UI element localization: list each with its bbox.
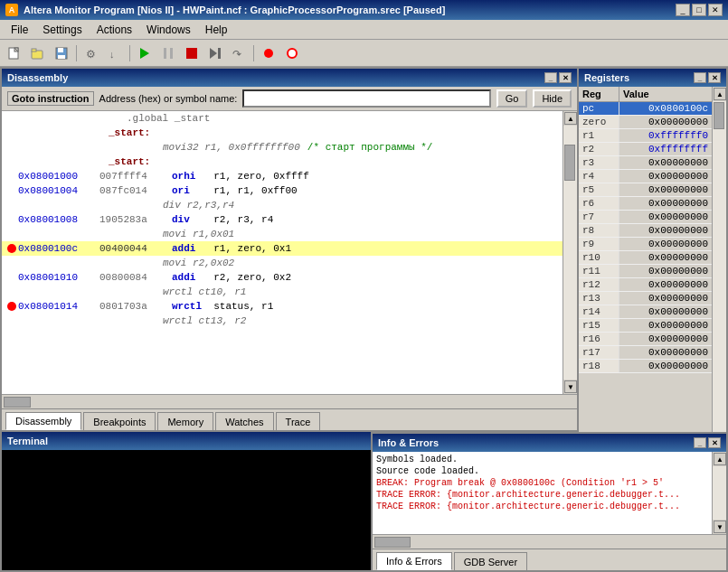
toolbar-stepover-btn[interactable]: ↷ xyxy=(228,43,250,63)
reg-row-r9[interactable]: r9 0x00000000 xyxy=(579,238,712,251)
dis-row-addi1[interactable]: 0x0800100c 00400044 addi r1, zero, 0x1 xyxy=(2,241,563,256)
close-button[interactable]: ✕ xyxy=(708,4,723,16)
disassembly-vscrollbar[interactable]: ▲ ▼ xyxy=(563,111,577,394)
info-content-area: Symbols loaded. Source code loaded. BREA… xyxy=(373,452,726,534)
registers-minimize-btn[interactable]: _ xyxy=(694,72,706,83)
menu-help[interactable]: Help xyxy=(198,22,235,38)
tab-memory[interactable]: Memory xyxy=(157,412,213,430)
dis-row-orhi[interactable]: 0x08001000 007ffff4 orhi r1, zero, 0xfff… xyxy=(2,169,563,183)
tab-breakpoints[interactable]: Breakpoints xyxy=(83,412,156,430)
info-scroll-down[interactable]: ▼ xyxy=(714,520,726,533)
dis-row-pseudo-movi2: movi r2,0x02 xyxy=(2,256,563,270)
menu-settings[interactable]: Settings xyxy=(35,22,89,38)
goto-hide-button[interactable]: Hide xyxy=(533,89,572,108)
dis-pseudo-wrctl2: wrctl ct13, r2 xyxy=(18,315,246,326)
reg-name-r8: r8 xyxy=(579,224,619,237)
goto-go-button[interactable]: Go xyxy=(496,89,528,108)
hscroll-thumb[interactable] xyxy=(4,397,31,408)
reg-row-r15[interactable]: r15 0x00000000 xyxy=(579,319,712,333)
bp-0x0800100c[interactable] xyxy=(5,244,18,253)
reg-row-pc[interactable]: pc 0x0800100c xyxy=(579,102,712,116)
reg-name-r11: r11 xyxy=(579,265,619,277)
dis-row-pseudo-div: div r2,r3,r4 xyxy=(2,198,563,212)
toolbar-load-btn[interactable]: ↓ xyxy=(104,43,126,63)
registers-close-btn[interactable]: ✕ xyxy=(708,72,721,83)
minimize-button[interactable]: _ xyxy=(676,4,690,16)
reg-row-r7[interactable]: r7 0x00000000 xyxy=(579,211,712,224)
info-vscrollbar[interactable]: ▲ ▼ xyxy=(712,452,726,534)
tab-info-errors[interactable]: Info & Errors xyxy=(376,552,452,570)
maximize-button[interactable]: □ xyxy=(692,4,706,16)
reg-name-r12: r12 xyxy=(579,278,619,291)
goto-input[interactable] xyxy=(242,89,490,108)
tab-watches[interactable]: Watches xyxy=(215,412,273,430)
disassembly-content[interactable]: .global _start _start: movi32 r1, 0x0fff… xyxy=(2,111,563,394)
menu-file[interactable]: File xyxy=(4,22,35,38)
reg-scroll-up[interactable]: ▲ xyxy=(714,88,726,100)
info-hscroll-thumb[interactable] xyxy=(374,537,411,548)
reg-row-r1[interactable]: r1 0xfffffff0 xyxy=(579,129,712,143)
reg-row-r6[interactable]: r6 0x00000000 xyxy=(579,197,712,211)
reg-row-r16[interactable]: r16 0x00000000 xyxy=(579,333,712,346)
toolbar-pause-btn[interactable] xyxy=(157,43,179,63)
info-close-btn[interactable]: ✕ xyxy=(708,437,721,448)
toolbar-save-btn[interactable] xyxy=(51,43,72,63)
dis-bytes-ori: 087fc014 xyxy=(99,185,172,196)
toolbar-stop-btn[interactable] xyxy=(181,43,203,63)
menu-windows[interactable]: Windows xyxy=(139,22,198,38)
info-hscrollbar[interactable] xyxy=(373,535,712,549)
dis-row-wrctl[interactable]: 0x08001014 0801703a wrctl status, r1 xyxy=(2,299,563,314)
dis-addr-wrctl: 0x08001014 xyxy=(18,301,99,312)
reg-row-r3[interactable]: r3 0x00000000 xyxy=(579,156,712,170)
tab-gdb-server[interactable]: GDB Server xyxy=(454,552,527,570)
toolbar-open-btn[interactable] xyxy=(27,43,49,63)
reg-value-r2: 0xffffffff xyxy=(619,143,712,155)
reg-value-r3: 0x00000000 xyxy=(619,156,712,169)
disassembly-hscrollbar[interactable] xyxy=(2,395,563,408)
info-scroll-up[interactable]: ▲ xyxy=(714,453,726,465)
reg-name-r6: r6 xyxy=(579,197,619,210)
reg-row-r12[interactable]: r12 0x00000000 xyxy=(579,278,712,292)
disassembly-close-btn[interactable]: ✕ xyxy=(559,72,572,83)
reg-row-r2[interactable]: r2 0xffffffff xyxy=(579,143,712,156)
toolbar-breakpoint-btn[interactable] xyxy=(258,43,279,63)
info-minimize-btn[interactable]: _ xyxy=(694,437,706,448)
reg-name-zero: zero xyxy=(579,116,619,128)
reg-row-r5[interactable]: r5 0x00000000 xyxy=(579,183,712,197)
dis-row-div[interactable]: 0x08001008 1905283a div r2, r3, r4 xyxy=(2,212,563,227)
reg-name-r14: r14 xyxy=(579,305,619,318)
bp-0x08001014[interactable] xyxy=(5,302,18,311)
scroll-down-btn[interactable]: ▼ xyxy=(564,380,577,393)
reg-row-r11[interactable]: r11 0x00000000 xyxy=(579,265,712,278)
reg-row-zero[interactable]: zero 0x00000000 xyxy=(579,116,712,129)
toolbar-compile-btn[interactable]: ⚙ xyxy=(80,43,102,63)
tab-trace[interactable]: Trace xyxy=(276,412,321,430)
disassembly-minimize-btn[interactable]: _ xyxy=(544,72,557,83)
menu-actions[interactable]: Actions xyxy=(90,22,139,38)
dis-row-global: .global _start xyxy=(2,111,563,126)
toolbar-run-btn[interactable] xyxy=(134,43,156,63)
info-log[interactable]: Symbols loaded. Source code loaded. BREA… xyxy=(373,452,712,534)
dis-keyword: addi xyxy=(172,243,195,254)
scroll-up-btn[interactable]: ▲ xyxy=(564,112,577,125)
svg-point-18 xyxy=(288,49,297,58)
svg-rect-13 xyxy=(186,48,197,59)
reg-row-r14[interactable]: r14 0x00000000 xyxy=(579,305,712,319)
reg-row-r8[interactable]: r8 0x00000000 xyxy=(579,224,712,238)
reg-row-r13[interactable]: r13 0x00000000 xyxy=(579,292,712,305)
dis-row-ori[interactable]: 0x08001004 087fc014 ori r1, r1, 0xff00 xyxy=(2,183,563,198)
dis-addr-addi1: 0x0800100c xyxy=(18,243,99,254)
toolbar-step-btn[interactable] xyxy=(204,43,226,63)
reg-scroll-thumb[interactable] xyxy=(714,102,724,129)
reg-row-r4[interactable]: r4 0x00000000 xyxy=(579,170,712,183)
reg-row-r17[interactable]: r17 0x00000000 xyxy=(579,346,712,360)
reg-row-r18[interactable]: r18 0x00000000 xyxy=(579,360,712,373)
tab-disassembly[interactable]: Disassembly xyxy=(5,412,81,430)
disassembly-panel: Disassembly _ ✕ Goto instruction Address… xyxy=(0,67,579,432)
reg-row-r10[interactable]: r10 0x00000000 xyxy=(579,251,712,265)
toolbar-new-btn[interactable] xyxy=(4,43,25,63)
scroll-thumb[interactable] xyxy=(564,145,575,181)
dis-row-addi2[interactable]: 0x08001010 00800084 addi r2, zero, 0x2 xyxy=(2,270,563,285)
toolbar-sep-3 xyxy=(253,45,254,61)
toolbar-clear-btn[interactable] xyxy=(281,43,303,63)
